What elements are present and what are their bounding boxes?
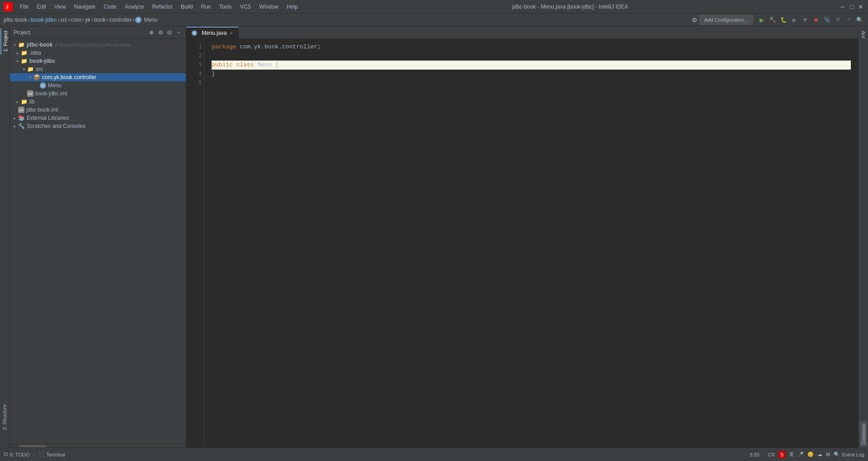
terminal-label: Terminal [46, 452, 65, 457]
menu-build[interactable]: Build [177, 3, 197, 11]
line-num-1: 1 [188, 42, 202, 52]
tree-item-book-jdbc[interactable]: ▼ 📁 book-jdbc [10, 57, 186, 65]
event-log-label: Event Log [842, 452, 864, 457]
run-button[interactable]: ▶ [757, 15, 767, 25]
close-panel-icon[interactable]: − [175, 29, 182, 36]
h-scrollbar-thumb[interactable] [19, 445, 46, 447]
menu-tools[interactable]: Tools [216, 3, 236, 11]
gradle-icon: ⚙ [692, 16, 698, 24]
dropdown-button[interactable]: ▼ [800, 15, 810, 25]
h-scrollbar[interactable] [10, 444, 186, 447]
line-num-4: 4 [188, 70, 202, 79]
tree-label-menu: Menu [48, 82, 61, 89]
menu-window[interactable]: Window [255, 3, 282, 11]
package-icon: 📦 [33, 74, 40, 80]
lib-folder-icon: 📁 [21, 99, 28, 105]
close-button[interactable]: ✕ [857, 3, 864, 10]
stop-button[interactable]: ■ [811, 15, 821, 25]
breadcrumb-com[interactable]: com [71, 17, 81, 23]
status-bar: ☑ 6: TODO | ⬛ Terminal 3:20 | CR S 英 🎤 😊… [0, 447, 868, 461]
menu-edit[interactable]: Edit [33, 3, 50, 11]
svg-text:J: J [6, 5, 9, 9]
menu-file[interactable]: File [16, 3, 32, 11]
main-content: 1: Project 2: Structure Project ⊕ ⚙ ⊟ − … [0, 26, 868, 447]
position-indicator[interactable]: 3:20 [750, 452, 759, 457]
tree-item-jdbc-book-iml[interactable]: ► iml jdbc-book.iml [10, 106, 186, 114]
title-bar: J File Edit View Navigate Code Analyze R… [0, 0, 868, 14]
tree-item-package[interactable]: ▼ 📦 com.yk.book.controller [10, 73, 186, 81]
encoding-indicator[interactable]: CR [768, 452, 775, 457]
tree-item-src[interactable]: ▼ 📁 src [10, 65, 186, 73]
menu-refactor[interactable]: Refactor [149, 3, 176, 11]
add-icon[interactable]: ⊕ [148, 29, 155, 36]
build-button[interactable]: 🔨 [768, 15, 778, 25]
tab-menu-java[interactable]: C Menu.java ✕ [186, 27, 239, 38]
tree-item-menu-java[interactable]: ► C Menu [10, 81, 186, 89]
tree-item-lib[interactable]: ► 📁 lib [10, 98, 186, 106]
tree-label-idea: .idea [29, 50, 41, 56]
search-everywhere-button[interactable]: 🔍 [854, 15, 864, 25]
todo-label: 6: TODO [10, 452, 30, 457]
structure-tab[interactable]: 2: Structure [0, 402, 9, 433]
menu-run[interactable]: Run [198, 3, 215, 11]
project-tab[interactable]: 1: Project [0, 28, 9, 54]
tree-item-idea[interactable]: ► 📁 .idea [10, 49, 186, 57]
menu-vcs[interactable]: VCS [236, 3, 255, 11]
breadcrumb-menu[interactable]: Menu [144, 17, 157, 23]
menu-view[interactable]: View [51, 3, 70, 11]
menu-help[interactable]: Help [283, 3, 302, 11]
layout-icon[interactable]: ⊞ [826, 452, 830, 457]
project-panel-header: Project ⊕ ⚙ ⊟ − [10, 26, 186, 39]
minimize-button[interactable]: ─ [839, 3, 846, 10]
tree-label-package: com.yk.book.controller [42, 74, 96, 80]
add-configuration-button[interactable]: Add Configuration... [699, 15, 753, 25]
event-log-button[interactable]: 🔍 Event Log [834, 452, 864, 457]
breadcrumb-controller[interactable]: controller [109, 17, 132, 23]
run-with-coverage-button[interactable]: ▶ [789, 15, 799, 25]
mic-icon[interactable]: 🎤 [797, 452, 804, 457]
tree-label-book-jdbc-iml: book-jdbc.iml [35, 90, 67, 97]
breadcrumb: jdbc-book › book-jdbc › src › com › yk ›… [4, 17, 157, 23]
left-sidebar-tabs: 1: Project 2: Structure [0, 26, 10, 447]
breadcrumb-book-jdbc[interactable]: book-jdbc [31, 17, 57, 23]
tree-item-jdbc-book[interactable]: ▼ 📁 jdbc-book F:\mavenProject\java\jdbc-… [10, 41, 186, 49]
line-numbers: 1 2 3 4 5 [186, 39, 204, 447]
project-panel-title: Project [14, 29, 146, 36]
tab-java-icon: C [192, 30, 197, 36]
breadcrumb-jdbc-book[interactable]: jdbc-book [4, 17, 27, 23]
maximize-button[interactable]: □ [848, 3, 855, 10]
breadcrumb-src[interactable]: src [60, 17, 67, 23]
tree-arrow: ▼ [14, 59, 21, 64]
tree-item-book-jdbc-iml[interactable]: ► iml book-jdbc.iml [10, 89, 186, 98]
tree-arrow: ► [14, 51, 21, 56]
debug-button[interactable]: 🐛 [778, 15, 788, 25]
tree-item-external-libs[interactable]: ► 📚 External Libraries [10, 114, 186, 122]
code-line-3: public class Menu { [212, 61, 851, 70]
menu-code[interactable]: Code [100, 3, 120, 11]
profile-button[interactable]: ⊞ [833, 15, 843, 25]
breadcrumb-book[interactable]: book [94, 17, 106, 23]
todo-button[interactable]: ☑ 6: TODO [4, 452, 30, 457]
code-line-4: } [212, 70, 851, 79]
settings-icon[interactable]: ⚙ [157, 29, 164, 36]
cloud-icon[interactable]: ☁ [817, 452, 822, 457]
code-editor[interactable]: 1 2 3 4 5 package com.yk.book.controller… [186, 39, 858, 447]
collapse-all-icon[interactable]: ⊟ [166, 29, 173, 36]
database-tab[interactable]: Database [860, 421, 867, 447]
tree-arrow: ► [12, 116, 18, 121]
expand-button[interactable]: ⤢ [844, 15, 854, 25]
lang-indicator[interactable]: 英 [789, 451, 794, 458]
iml-icon: iml [27, 90, 33, 97]
tree-item-scratches[interactable]: ► 🔧 Scratches and Consoles [10, 122, 186, 130]
menu-analyze[interactable]: Analyze [121, 3, 148, 11]
attach-button[interactable]: 📎 [822, 15, 832, 25]
ant-tab[interactable]: Ant [860, 28, 867, 41]
code-content[interactable]: package com.yk.book.controller; public c… [204, 39, 858, 447]
tab-close-button[interactable]: ✕ [229, 31, 233, 36]
code-line-5 [212, 79, 851, 88]
menu-navigate[interactable]: Navigate [71, 3, 99, 11]
tree-label-jdbc-book: jdbc-book [27, 42, 52, 48]
breadcrumb-yk[interactable]: yk [85, 17, 90, 23]
emoji-icon[interactable]: 😊 [807, 452, 814, 457]
terminal-button[interactable]: ⬛ Terminal [38, 452, 65, 457]
